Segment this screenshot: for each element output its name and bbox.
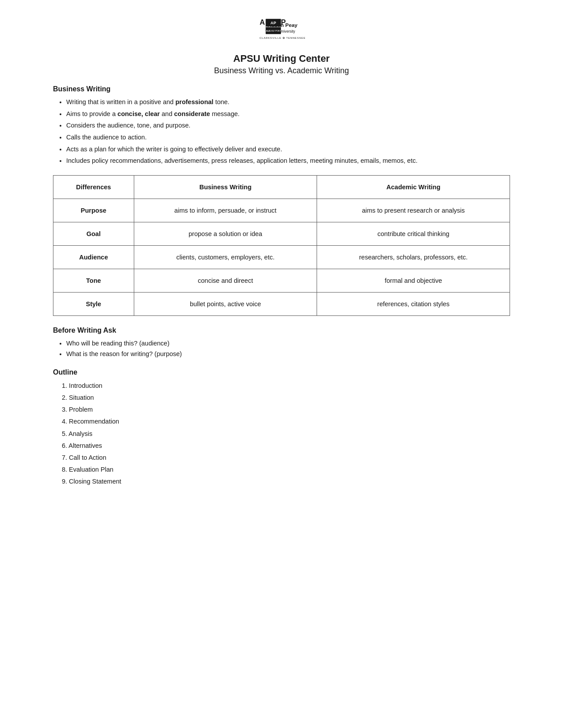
table-row: Audience clients, customers, employers, … — [53, 245, 510, 269]
col-header-academic: Academic Writing — [317, 175, 510, 199]
list-item: 9. Closing Statement — [62, 476, 510, 487]
list-item: Calls the audience to action. — [66, 132, 510, 143]
logo-container: AP AUSTIN PEAY A P Austin Peay State Uni… — [53, 18, 510, 49]
outline-list: 1. Introduction 2. Situation 3. Problem … — [62, 380, 510, 487]
svg-text:A: A — [260, 18, 265, 26]
row-academic-tone: formal and objective — [317, 269, 510, 292]
business-writing-heading: Business Writing — [53, 85, 510, 93]
outline-section: Outline 1. Introduction 2. Situation 3. … — [53, 368, 510, 487]
svg-text:CLARKSVILLE ✿ TENNESSEE: CLARKSVILLE ✿ TENNESSEE — [259, 37, 305, 39]
list-item: Considers the audience, tone, and purpos… — [66, 120, 510, 131]
comparison-table: Differences Business Writing Academic Wr… — [53, 175, 510, 316]
list-item: Who will be reading this? (audience) — [66, 338, 510, 349]
list-item: 3. Problem — [62, 404, 510, 415]
row-academic-style: references, citation styles — [317, 292, 510, 315]
row-label-style: Style — [53, 292, 134, 315]
svg-text:Austin Peay: Austin Peay — [268, 22, 298, 28]
row-business-tone: concise and direect — [134, 269, 317, 292]
list-item: 2. Situation — [62, 392, 510, 403]
list-item: Acts as a plan for which the writer is g… — [66, 144, 510, 155]
page-header: AP AUSTIN PEAY A P Austin Peay State Uni… — [53, 18, 510, 75]
list-item: Includes policy recommendations, adverti… — [66, 155, 510, 166]
page-subtitle: Business Writing vs. Academic Writing — [53, 66, 510, 75]
list-item: Writing that is written in a positive an… — [66, 97, 510, 108]
row-label-goal: Goal — [53, 222, 134, 245]
svg-text:State University: State University — [270, 30, 295, 34]
list-item: 8. Evaluation Plan — [62, 464, 510, 475]
list-item: 7. Call to Action — [62, 452, 510, 463]
row-academic-goal: contribute critical thinking — [317, 222, 510, 245]
business-writing-section: Business Writing Writing that is written… — [53, 85, 510, 166]
table-row: Goal propose a solution or idea contribu… — [53, 222, 510, 245]
row-business-purpose: aims to inform, persuade, or instruct — [134, 199, 317, 222]
table-header-row: Differences Business Writing Academic Wr… — [53, 175, 510, 199]
row-business-audience: clients, customers, employers, etc. — [134, 245, 317, 269]
before-writing-heading: Before Writing Ask — [53, 326, 510, 334]
apsu-logo: AP AUSTIN PEAY A P Austin Peay State Uni… — [238, 18, 326, 49]
row-academic-audience: researchers, scholars, professors, etc. — [317, 245, 510, 269]
row-business-style: bullet points, active voice — [134, 292, 317, 315]
business-writing-list: Writing that is written in a positive an… — [66, 97, 510, 166]
row-academic-purpose: aims to present research or analysis — [317, 199, 510, 222]
row-business-goal: propose a solution or idea — [134, 222, 317, 245]
page-title: APSU Writing Center — [53, 53, 510, 64]
table-row: Style bullet points, active voice refere… — [53, 292, 510, 315]
list-item: 4. Recommendation — [62, 416, 510, 427]
col-header-business: Business Writing — [134, 175, 317, 199]
col-header-differences: Differences — [53, 175, 134, 199]
list-item: 1. Introduction — [62, 380, 510, 391]
list-item: 5. Analysis — [62, 428, 510, 439]
row-label-audience: Audience — [53, 245, 134, 269]
row-label-tone: Tone — [53, 269, 134, 292]
table-row: Purpose aims to inform, persuade, or ins… — [53, 199, 510, 222]
row-label-purpose: Purpose — [53, 199, 134, 222]
before-writing-section: Before Writing Ask Who will be reading t… — [53, 326, 510, 360]
list-item: What is the reason for writing? (purpose… — [66, 349, 510, 360]
outline-heading: Outline — [53, 368, 510, 376]
before-writing-list: Who will be reading this? (audience) Wha… — [66, 338, 510, 360]
list-item: Aims to provide a concise, clear and con… — [66, 109, 510, 120]
table-row: Tone concise and direect formal and obje… — [53, 269, 510, 292]
list-item: 6. Alternatives — [62, 440, 510, 451]
